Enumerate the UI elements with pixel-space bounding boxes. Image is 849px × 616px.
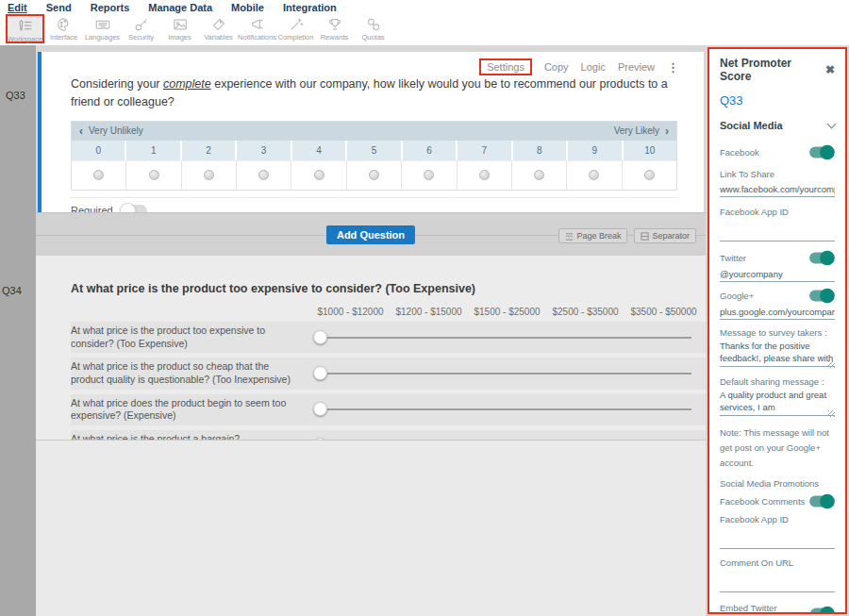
price-column-headers: $1000 - $12000 $1200 - $15000 $1500 - $2… (311, 307, 703, 317)
toolbar-item-workspace[interactable]: Workspace (6, 14, 44, 43)
nps-number-row: 0 1 2 3 4 5 6 7 8 9 10 (72, 141, 676, 160)
toolbar-item-completion[interactable]: Completion (276, 14, 315, 42)
price-range-label: $1200 - $15000 (390, 307, 468, 317)
toolbar-label: Completion (278, 33, 314, 42)
toolbar-item-notifications[interactable]: Notifications (238, 14, 276, 42)
default-sharing-message-textarea[interactable]: A quality product and great services, I … (720, 389, 835, 416)
settings-button[interactable]: Settings (479, 58, 532, 75)
toggle-knob (820, 607, 835, 614)
megaphone-icon (249, 16, 266, 33)
toolbar-label: Images (168, 33, 191, 42)
slider-handle[interactable] (313, 402, 327, 416)
question-actions: Settings Copy Logic Preview ⋮ (479, 58, 679, 75)
nps-point-label: 3 (237, 141, 291, 160)
panel-title: Net Promoter Score (720, 57, 825, 83)
google-plus-url-input[interactable] (720, 306, 835, 320)
facebook-comments-toggle[interactable] (809, 496, 834, 508)
page-break-button[interactable]: Page Break (558, 228, 627, 243)
message-to-survey-takers-label: Message to survey takers : (720, 327, 835, 338)
panel-question-id[interactable]: Q33 (720, 93, 835, 108)
slider-track[interactable] (319, 408, 691, 410)
menu-integration[interactable]: Integration (283, 2, 337, 13)
page-break-icon (565, 232, 574, 241)
close-icon[interactable]: ✖ (825, 63, 835, 76)
keyboard-icon (94, 16, 111, 33)
toolbar-item-interface[interactable]: Interface (44, 14, 83, 42)
toolbar-item-security[interactable]: Security (122, 14, 160, 42)
slider-handle[interactable] (313, 366, 327, 380)
nps-radio[interactable] (72, 160, 126, 190)
slider-track[interactable] (319, 373, 691, 375)
nps-point-label: 9 (568, 141, 623, 160)
facebook-app-id-input[interactable] (720, 537, 835, 549)
logic-button[interactable]: Logic (581, 61, 606, 73)
radio-button-icon (93, 170, 104, 180)
toolbar-item-images[interactable]: Images (160, 14, 199, 42)
nps-radio[interactable] (182, 160, 237, 190)
nps-point-label: 5 (347, 141, 402, 160)
chevron-left-icon[interactable]: ‹ (79, 125, 83, 138)
question-text-q34[interactable]: At what price is the product too expensi… (71, 282, 706, 295)
preview-button[interactable]: Preview (618, 61, 655, 73)
nps-point-label: 6 (403, 141, 458, 160)
nps-radio[interactable] (567, 160, 622, 190)
radio-button-icon (149, 170, 159, 180)
price-range-label: $1500 - $25000 (468, 307, 546, 317)
separator-label: Separator (652, 231, 690, 241)
menu-reports[interactable]: Reports (91, 2, 130, 13)
embed-twitter-timeline-label: Embed Twitter Timeline (720, 603, 809, 614)
toolbar-item-quotas[interactable]: Quotas (354, 14, 392, 42)
toolbar-item-languages[interactable]: Languages (83, 14, 122, 42)
separator-button[interactable]: Separator (634, 228, 696, 243)
add-question-button[interactable]: Add Question (326, 225, 415, 244)
nps-radio[interactable] (458, 160, 512, 190)
nps-point-label: 8 (513, 141, 568, 160)
radio-button-icon (204, 170, 214, 180)
slider-handle[interactable] (313, 330, 327, 344)
menu-send[interactable]: Send (46, 2, 72, 13)
comment-on-url-input[interactable] (720, 580, 835, 592)
message-to-survey-takers-textarea[interactable]: Thanks for the positive feedback!, pleas… (720, 340, 835, 367)
nps-radio[interactable] (126, 160, 181, 190)
menu-edit[interactable]: Edit (8, 2, 27, 13)
chevron-right-icon[interactable]: › (665, 125, 669, 138)
facebook-comments-label: Facebook Comments (720, 496, 805, 507)
nps-radio[interactable] (347, 160, 402, 190)
twitter-handle-input[interactable] (720, 268, 835, 282)
toolbar-item-rewards[interactable]: Rewards (315, 14, 354, 42)
twitter-toggle[interactable] (809, 253, 834, 264)
menu-mobile[interactable]: Mobile (231, 2, 264, 13)
menu-manage-data[interactable]: Manage Data (148, 2, 212, 13)
divider (71, 197, 677, 198)
nps-point-label: 4 (292, 141, 347, 160)
chain-links-icon (365, 16, 382, 33)
section-title: Social Media (720, 120, 783, 131)
resize-handle-icon[interactable] (828, 410, 835, 417)
nps-point-label: 10 (624, 141, 676, 160)
nps-radio[interactable] (402, 160, 457, 190)
toolbar-label: Notifications (238, 33, 276, 42)
nps-left-label: Very Unlikely (89, 125, 143, 136)
question-card-q33: Settings Copy Logic Preview ⋮ Considerin… (38, 52, 704, 212)
nps-point-label: 7 (458, 141, 512, 160)
google-plus-toggle[interactable] (809, 291, 834, 302)
toolbar-label: Variables (204, 33, 233, 42)
facebook-app-id-input[interactable] (720, 229, 835, 241)
facebook-toggle[interactable] (809, 147, 834, 158)
slider-track[interactable] (319, 337, 691, 339)
question-number-sidebar: Q33 Q34 (0, 45, 36, 616)
link-to-share-input[interactable] (720, 183, 835, 197)
nps-radio[interactable] (237, 160, 291, 190)
social-media-section-header[interactable]: Social Media (720, 120, 835, 131)
nps-radio[interactable] (512, 160, 567, 190)
resize-handle-icon[interactable] (828, 361, 835, 368)
nps-radio[interactable] (623, 160, 676, 190)
copy-button[interactable]: Copy (544, 61, 569, 73)
toolbar-item-variables[interactable]: Variables (199, 14, 238, 42)
nps-radio[interactable] (291, 160, 346, 190)
radio-button-icon (258, 170, 269, 180)
more-options-icon[interactable]: ⋮ (667, 60, 679, 75)
question-text-emphasis: complete (163, 77, 211, 91)
toolbar-label: Languages (85, 33, 120, 42)
embed-twitter-timeline-toggle[interactable] (810, 608, 834, 614)
